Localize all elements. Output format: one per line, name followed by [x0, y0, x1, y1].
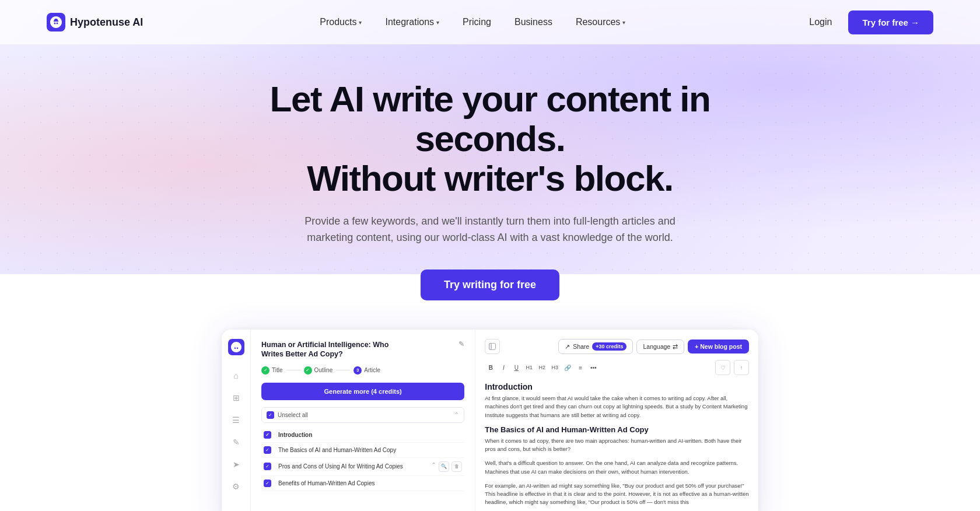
editor-content: Introduction At first glance, it would s… — [485, 382, 749, 511]
share-button[interactable]: ↗ Share +30 credits — [558, 339, 633, 354]
logo-text: Hypotenuse AI — [70, 16, 143, 29]
outline-search-btn[interactable]: 🔍 — [439, 461, 449, 472]
nav-item-integrations[interactable]: Integrations ▾ — [376, 12, 449, 32]
language-button[interactable]: Language ⇄ — [636, 340, 684, 354]
step-outline-check: ✓ — [304, 366, 312, 374]
editor-toolbar-top: ↗ Share +30 credits Language ⇄ + New blo… — [485, 339, 749, 354]
products-chevron-icon: ▾ — [359, 19, 362, 26]
unselect-chevron-icon: ⌃ — [454, 411, 459, 419]
step-article-num: 3 — [354, 366, 362, 374]
format-right-buttons: ♡ ↑ — [715, 360, 749, 375]
language-label: Language — [643, 343, 670, 350]
outline-check-3[interactable]: ✓ — [264, 463, 271, 470]
format-list[interactable]: ≡ — [575, 362, 586, 373]
upload-icon[interactable]: ↑ — [734, 360, 749, 375]
nav-item-pricing[interactable]: Pricing — [453, 12, 501, 32]
step-divider-2 — [336, 370, 350, 370]
outline-item-introduction: ✓ Introduction — [261, 428, 464, 443]
step-outline: ✓ Outline — [304, 366, 333, 374]
hero-cta-button[interactable]: Try writing for free — [421, 270, 559, 300]
step-divider-1 — [286, 370, 300, 370]
format-buttons: B I U H1 H2 H3 🔗 ≡ ••• — [485, 362, 599, 373]
right-panel: ↗ Share +30 credits Language ⇄ + New blo… — [475, 330, 758, 511]
app-mockup: ⌂ ⊞ ☰ ✎ ➤ ⚙ Human or Artificial Intellig… — [210, 330, 770, 511]
content-basics-text2: Well, that's a difficult question to ans… — [485, 459, 749, 476]
content-basics-text3: For example, an AI-written ad might say … — [485, 482, 749, 507]
sidebar-send-icon[interactable]: ➤ — [230, 458, 243, 471]
format-bold[interactable]: B — [485, 362, 496, 373]
unselect-checkbox[interactable]: ✓ — [267, 411, 274, 419]
unselect-label[interactable]: Unselect all — [278, 412, 308, 418]
format-bar: B I U H1 H2 H3 🔗 ≡ ••• ♡ ↑ — [485, 360, 749, 375]
sidebar-document-icon[interactable]: ☰ — [230, 414, 243, 426]
step-title-label: Title — [272, 367, 283, 373]
unselect-all-row: ✓ Unselect all ⌃ — [261, 407, 464, 423]
logo[interactable]: Hypotenuse AI — [47, 13, 143, 32]
format-h3[interactable]: H3 — [549, 362, 561, 373]
nav-item-products[interactable]: Products ▾ — [310, 12, 371, 32]
svg-rect-3 — [489, 344, 492, 350]
format-h2[interactable]: H2 — [536, 362, 548, 373]
outline-label-1: Introduction — [278, 432, 312, 438]
try-free-button[interactable]: Try for free → — [848, 10, 933, 34]
steps-row: ✓ Title ✓ Outline 3 Article — [261, 366, 464, 374]
navbar: Hypotenuse AI Products ▾ Integrations ▾ … — [0, 0, 980, 44]
outline-delete-btn[interactable]: 🗑 — [452, 461, 462, 472]
sidebar-layers-icon[interactable]: ⊞ — [230, 391, 243, 404]
outline-chevron-icon[interactable]: ⌃ — [431, 461, 436, 472]
resources-chevron-icon: ▾ — [622, 19, 625, 26]
sidebar-settings-icon[interactable]: ⚙ — [230, 480, 243, 493]
outline-label-4: Benefits of Human-Written Ad Copies — [278, 480, 374, 487]
toolbar-right: ↗ Share +30 credits Language ⇄ + New blo… — [558, 339, 749, 354]
content-basics-text1: When it comes to ad copy, there are two … — [485, 437, 749, 454]
step-article-label: Article — [364, 367, 380, 373]
content-intro-text: At first glance, it would seem that AI w… — [485, 394, 749, 419]
outline-actions-3: ⌃ 🔍 🗑 — [431, 461, 462, 472]
bookmark-icon[interactable]: ♡ — [715, 360, 730, 375]
login-button[interactable]: Login — [802, 12, 839, 32]
toolbar-left — [485, 339, 500, 354]
share-label: Share — [573, 343, 589, 350]
outline-check-2[interactable]: ✓ — [264, 446, 271, 454]
panel-toggle-icon[interactable] — [485, 339, 500, 354]
app-sidebar-logo — [228, 339, 244, 355]
sidebar-pen-icon[interactable]: ✎ — [230, 436, 243, 449]
doc-title-row: Human or Artificial Intelligence: Who Wr… — [261, 340, 464, 359]
step-article: 3 Article — [354, 366, 380, 374]
nav-item-resources[interactable]: Resources ▾ — [566, 12, 635, 32]
nav-links: Products ▾ Integrations ▾ Pricing Busine… — [310, 12, 635, 32]
format-more[interactable]: ••• — [587, 362, 599, 373]
hero-title: Let AI write your content in seconds. Wi… — [228, 79, 752, 199]
sidebar-home-icon[interactable]: ⌂ — [230, 369, 243, 382]
content-intro-title: Introduction — [485, 382, 749, 391]
new-blog-post-button[interactable]: + New blog post — [688, 340, 749, 354]
format-link[interactable]: 🔗 — [562, 362, 573, 373]
format-h1[interactable]: H1 — [523, 362, 535, 373]
outline-check-4[interactable]: ✓ — [264, 480, 271, 487]
generate-more-button[interactable]: Generate more (4 credits) — [261, 383, 464, 400]
nav-actions: Login Try for free → — [802, 10, 933, 34]
language-translate-icon: ⇄ — [673, 343, 678, 351]
step-outline-label: Outline — [314, 367, 333, 373]
step-title: ✓ Title — [261, 366, 283, 374]
format-underline[interactable]: U — [510, 362, 522, 373]
step-title-check: ✓ — [261, 366, 270, 374]
outline-item-pros-cons: ✓ Pros and Cons of Using AI for Writing … — [261, 458, 464, 476]
outline-label-2: The Basics of AI and Human-Written Ad Co… — [278, 447, 396, 453]
content-basics-title: The Basics of AI and Human-Written Ad Co… — [485, 425, 749, 434]
nav-item-business[interactable]: Business — [505, 12, 562, 32]
edit-icon[interactable]: ✎ — [459, 340, 464, 348]
hero-section: Let AI write your content in seconds. Wi… — [0, 44, 980, 330]
format-italic[interactable]: I — [498, 362, 509, 373]
outline-label-3: Pros and Cons of Using AI for Writing Ad… — [278, 463, 403, 470]
doc-title-text: Human or Artificial Intelligence: Who Wr… — [261, 340, 401, 359]
outline-check-1[interactable]: ✓ — [264, 431, 271, 439]
share-icon: ↗ — [565, 343, 570, 350]
share-credits-badge: +30 credits — [592, 342, 626, 351]
app-sidebar: ⌂ ⊞ ☰ ✎ ➤ ⚙ — [222, 330, 251, 511]
integrations-chevron-icon: ▾ — [436, 19, 439, 26]
left-panel: Human or Artificial Intelligence: Who Wr… — [251, 330, 475, 511]
mockup-card: ⌂ ⊞ ☰ ✎ ➤ ⚙ Human or Artificial Intellig… — [222, 330, 758, 511]
outline-item-benefits: ✓ Benefits of Human-Written Ad Copies — [261, 476, 464, 491]
hero-subtitle: Provide a few keywords, and we'll instan… — [303, 213, 677, 247]
